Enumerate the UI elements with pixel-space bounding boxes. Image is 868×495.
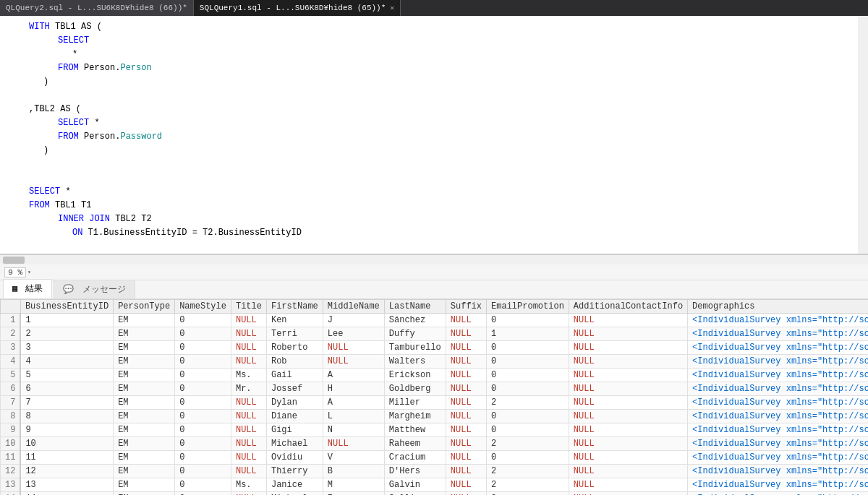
tab-query2[interactable]: QLQuery2.sql - L...SU6K8D¥hide8 (66))* — [0, 0, 194, 16]
table-cell: EM — [114, 478, 175, 492]
table-cell: A — [323, 369, 384, 382]
table-cell: L — [323, 410, 384, 423]
table-cell: 6 — [20, 382, 113, 396]
table-cell: Sullivan — [384, 492, 446, 496]
zoom-dropdown[interactable]: 9 % ▾ — [4, 267, 31, 277]
tab-messages[interactable]: 💬 メッセージ — [54, 280, 135, 298]
table-cell-xml: <IndividualSurvey xmlns="http://schemas.… — [688, 437, 868, 451]
code-editor[interactable]: WITH TBL1 AS ( SELECT * FROM Person.Pers… — [0, 16, 868, 254]
hscroll-thumb[interactable] — [3, 257, 25, 264]
table-cell: 0 — [175, 382, 231, 396]
table-cell-xml: <IndividualSurvey xmlns="http://schemas.… — [688, 492, 868, 496]
table-cell: Rob — [266, 355, 323, 369]
table-cell: 0 — [175, 327, 231, 341]
table-cell: Miller — [384, 396, 446, 410]
table-cell-null: NULL — [569, 410, 687, 423]
table-cell: Lee — [323, 327, 384, 341]
col-rownum — [1, 300, 21, 314]
table-cell: EM — [114, 341, 175, 355]
table-row: 66EM0Mr.JossefHGoldbergNULL0NULL<Individ… — [1, 382, 869, 396]
table-cell: Raheem — [384, 437, 446, 451]
col-additionalcontactinfo: AdditionalContactInfo — [569, 300, 687, 314]
table-cell-null: NULL — [446, 451, 486, 465]
table-cell: H — [323, 382, 384, 396]
table-cell: EM — [114, 314, 175, 327]
table-cell: 0 — [487, 355, 569, 369]
code-line-11 — [14, 158, 868, 171]
table-row: 1313EM0Ms.JaniceMGalvinNULL2NULL<Individ… — [1, 478, 869, 492]
table-cell: B — [323, 465, 384, 478]
code-line-4: FROM Person.Person — [14, 61, 868, 75]
row-number: 1 — [1, 314, 21, 327]
table-cell-xml: <IndividualSurvey xmlns="http://schemas.… — [688, 327, 868, 341]
table-cell: EM — [114, 396, 175, 410]
table-cell-null: NULL — [446, 314, 486, 327]
table-cell-null: NULL — [569, 437, 687, 451]
table-cell: Cracium — [384, 451, 446, 465]
table-cell-null: NULL — [569, 492, 687, 496]
table-cell-xml: <IndividualSurvey xmlns="http://schemas.… — [688, 423, 868, 437]
row-number: 4 — [1, 355, 21, 369]
table-cell-null: NULL — [446, 355, 486, 369]
table-cell: Tamburello — [384, 341, 446, 355]
code-line-1: WITH TBL1 AS ( — [14, 20, 868, 34]
table-cell-null: NULL — [446, 341, 486, 355]
col-persontype: PersonType — [114, 300, 175, 314]
table-cell: 0 — [175, 355, 231, 369]
code-line-2: SELECT — [14, 34, 868, 48]
table-cell: Margheim — [384, 410, 446, 423]
table-cell: 0 — [175, 451, 231, 465]
tab-results[interactable]: ▦ 結果 — [3, 279, 52, 298]
table-cell-xml: <IndividualSurvey xmlns="http://schemas.… — [688, 369, 868, 382]
table-cell: Ken — [266, 314, 323, 327]
results-tabs: ▦ 結果 💬 メッセージ — [0, 280, 868, 299]
table-cell: V — [323, 451, 384, 465]
row-number: 14 — [1, 492, 21, 496]
table-cell: J — [323, 314, 384, 327]
table-cell-null: NULL — [569, 451, 687, 465]
table-cell: Roberto — [266, 341, 323, 355]
table-cell: EM — [114, 451, 175, 465]
zoom-arrow-icon: ▾ — [27, 269, 31, 275]
table-cell: Goldberg — [384, 382, 446, 396]
table-cell: 12 — [20, 465, 113, 478]
editor-vscrollbar[interactable] — [858, 16, 868, 254]
results-grid[interactable]: BusinessEntityID PersonType NameStyle Ti… — [0, 299, 868, 495]
table-cell-xml: <IndividualSurvey xmlns="http://schemas.… — [688, 478, 868, 492]
code-line-13: SELECT * — [14, 185, 868, 199]
table-cell-null: NULL — [323, 437, 384, 451]
code-line-10: ) — [14, 144, 868, 158]
table-cell: 5 — [20, 369, 113, 382]
table-cell: Michael — [266, 492, 323, 496]
table-cell: EM — [114, 437, 175, 451]
table-cell: Walters — [384, 355, 446, 369]
col-demographics: Demographics — [688, 300, 868, 314]
code-line-14: FROM TBL1 T1 — [14, 199, 868, 212]
table-cell-xml: <IndividualSurvey xmlns="http://schemas.… — [688, 465, 868, 478]
table-cell-null: NULL — [231, 492, 266, 496]
row-number: 3 — [1, 341, 21, 355]
close-tab-icon[interactable]: ✕ — [390, 4, 394, 12]
table-cell: 0 — [175, 492, 231, 496]
table-cell: 2 — [20, 327, 113, 341]
table-cell: 2 — [487, 478, 569, 492]
table-cell-xml: <IndividualSurvey xmlns="http://schemas.… — [688, 451, 868, 465]
table-cell: Mr. — [231, 382, 266, 396]
table-cell-null: NULL — [446, 382, 486, 396]
col-emailpromotion: EmailPromotion — [487, 300, 569, 314]
row-number: 7 — [1, 396, 21, 410]
code-content: WITH TBL1 AS ( SELECT * FROM Person.Pers… — [0, 16, 868, 244]
row-number: 13 — [1, 478, 21, 492]
editor-hscrollbar[interactable] — [0, 254, 868, 264]
table-cell-null: NULL — [231, 341, 266, 355]
table-row: 1414EM0NULLMichaelISullivanNULL2NULL<Ind… — [1, 492, 869, 496]
table-row: 99EM0NULLGigiNMatthewNULL0NULL<Individua… — [1, 423, 869, 437]
table-cell-xml: <IndividualSurvey xmlns="http://schemas.… — [688, 410, 868, 423]
table-cell-xml: <IndividualSurvey xmlns="http://schemas.… — [688, 396, 868, 410]
row-number: 6 — [1, 382, 21, 396]
tab-query1[interactable]: SQLQuery1.sql - L...SU6K8D¥hide8 (65))* … — [194, 0, 401, 16]
table-cell-xml: <IndividualSurvey xmlns="http://schemas.… — [688, 355, 868, 369]
table-cell-null: NULL — [446, 437, 486, 451]
table-row: 44EM0NULLRobNULLWaltersNULL0NULL<Individ… — [1, 355, 869, 369]
table-cell: 0 — [175, 410, 231, 423]
